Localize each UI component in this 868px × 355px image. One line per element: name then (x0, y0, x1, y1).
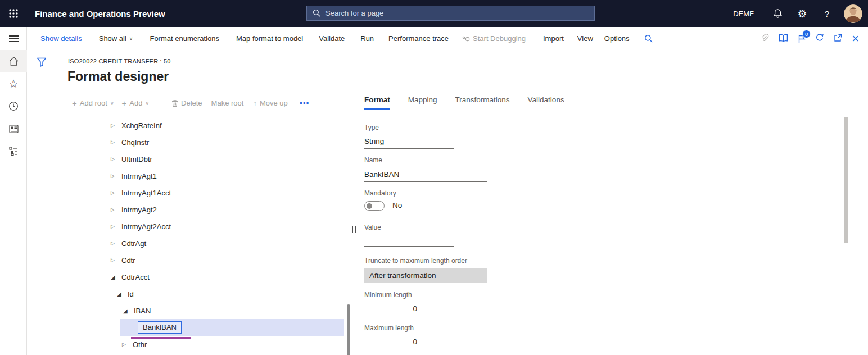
nav-menu-hamburger-icon[interactable] (0, 27, 27, 50)
show-details-button[interactable]: Show details (40, 34, 82, 43)
chevron-down-icon: ∨ (129, 36, 133, 42)
format-enumerations-button[interactable]: Format enumerations (150, 34, 219, 43)
company-picker[interactable]: DEMF (722, 10, 765, 18)
chevron-right-icon[interactable]: ▷ (111, 207, 120, 212)
tree-scrollbar-thumb[interactable] (347, 304, 350, 355)
open-in-new-window-icon[interactable] (834, 34, 842, 44)
tree-item-rename-input[interactable]: BankIBAN (138, 321, 182, 334)
tree-item-label[interactable]: IntrmyAgt1 (120, 172, 157, 180)
tree-row[interactable]: ◢ Id (27, 285, 346, 302)
settings-gear-icon[interactable]: ⚙ (790, 0, 815, 27)
chevron-right-icon[interactable]: ▷ (111, 139, 120, 145)
tree-row[interactable]: ▷ Cdtr (27, 252, 346, 268)
chevron-right-icon[interactable]: ▷ (111, 224, 120, 229)
message-center-icon[interactable]: 0 (798, 34, 806, 43)
delete-button[interactable]: Delete (171, 99, 202, 107)
run-button[interactable]: Run (360, 34, 374, 43)
tree-item-label[interactable]: CdtrAcct (120, 273, 150, 281)
tree-row[interactable]: ▷ IntrmyAgt1 (27, 167, 346, 184)
tree-row[interactable]: ▷ IntrmyAgt2Acct (27, 218, 346, 235)
chevron-expanded-icon[interactable]: ◢ (123, 308, 133, 314)
close-icon[interactable]: × (852, 33, 859, 45)
tree-row[interactable]: ▷ UltmtDbtr (27, 151, 346, 167)
properties-scrollbar-thumb[interactable] (844, 117, 848, 243)
tree-item-label[interactable]: CdtrAgt (120, 239, 146, 248)
performance-trace-button[interactable]: Performance trace (388, 34, 449, 43)
home-icon[interactable] (0, 50, 27, 72)
mandatory-toggle[interactable] (364, 201, 385, 211)
tree-row[interactable]: ◢ IBAN (27, 302, 346, 319)
favorites-star-icon[interactable]: ☆ (0, 72, 27, 95)
tree-item-label[interactable]: UltmtDbtr (120, 155, 152, 163)
add-button[interactable]: + Add ∨ (122, 99, 150, 107)
import-menu[interactable]: Import (543, 34, 564, 43)
chevron-expanded-icon[interactable]: ◢ (117, 291, 126, 297)
app-launcher-waffle-icon[interactable] (0, 0, 27, 27)
tree-item-label[interactable]: IntrmyAgt2 (120, 206, 157, 214)
make-root-button[interactable]: Make root (211, 99, 244, 107)
notifications-bell-icon[interactable] (765, 0, 790, 27)
attachments-icon[interactable] (760, 34, 769, 44)
chevron-right-icon[interactable]: ▷ (111, 257, 120, 263)
type-field[interactable]: String (364, 133, 454, 149)
more-options-ellipsis-icon[interactable]: ⋯ (300, 97, 310, 109)
maximum-length-field[interactable]: 0 (364, 334, 421, 349)
global-search-input[interactable] (326, 9, 589, 17)
options-menu[interactable]: Options (604, 34, 630, 43)
news-feed-icon[interactable] (0, 117, 27, 140)
chevron-right-icon[interactable]: ▷ (111, 173, 120, 179)
book-icon[interactable] (779, 34, 788, 44)
chevron-right-icon[interactable]: ▷ (122, 342, 132, 347)
tree-row[interactable]: ▷ IntrmyAgt2 (27, 201, 346, 218)
tab-validations[interactable]: Validations (528, 95, 564, 110)
tree-row[interactable]: ▷ IntrmyAgt1Acct (27, 184, 346, 201)
tree-item-label[interactable]: IBAN (133, 307, 151, 315)
recent-clock-icon[interactable] (0, 95, 27, 117)
help-icon[interactable]: ? (815, 0, 839, 27)
tree-row-selected[interactable]: BankIBAN (27, 319, 346, 336)
refresh-icon[interactable] (815, 33, 824, 44)
tree-item-label[interactable]: IntrmyAgt1Acct (120, 189, 171, 197)
value-label: Value (364, 224, 381, 231)
tree-row[interactable]: ◢ CdtrAcct (27, 268, 346, 285)
tree-item-label[interactable]: Id (126, 290, 134, 298)
tree-item-label[interactable]: Cdtr (120, 256, 135, 265)
start-debugging-button[interactable]: Start Debugging (462, 34, 526, 43)
chevron-right-icon[interactable]: ▷ (111, 156, 120, 162)
add-root-button[interactable]: + Add root ∨ (72, 99, 114, 107)
name-field[interactable]: BankIBAN (364, 166, 487, 182)
maximum-length-label: Maximum length (364, 324, 414, 332)
tab-mapping[interactable]: Mapping (408, 95, 437, 110)
tab-format[interactable]: Format (364, 95, 390, 110)
tree-row[interactable]: ▷ CdtrAgt (27, 235, 346, 252)
chevron-right-icon[interactable]: ▷ (111, 122, 120, 128)
page-search-icon[interactable] (644, 34, 653, 43)
map-format-to-model-button[interactable]: Map format to model (236, 34, 303, 43)
user-avatar[interactable] (844, 4, 862, 23)
global-search-box[interactable] (306, 6, 595, 21)
tree-item-label[interactable]: IntrmyAgt2Acct (120, 222, 171, 231)
validate-button[interactable]: Validate (319, 34, 345, 43)
pane-splitter-handle[interactable] (352, 226, 356, 233)
view-menu[interactable]: View (577, 34, 593, 43)
filter-funnel-icon[interactable] (37, 57, 47, 69)
hamburger-glyph (9, 34, 19, 44)
tree-item-label[interactable]: XchgRateInf (120, 121, 162, 130)
minimum-length-field[interactable]: 0 (364, 301, 421, 316)
name-label: Name (364, 156, 382, 164)
tree-item-label[interactable]: Othr (132, 340, 147, 349)
tree-row[interactable]: ▷ XchgRateInf (27, 117, 346, 134)
chevron-right-icon[interactable]: ▷ (111, 190, 120, 195)
show-all-dropdown[interactable]: Show all ∨ (99, 34, 133, 43)
chevron-expanded-icon[interactable]: ◢ (111, 274, 120, 280)
tree-item-label[interactable]: ChqInstr (120, 138, 149, 147)
show-all-label: Show all (99, 34, 126, 43)
hierarchy-list-icon[interactable] (0, 140, 27, 162)
value-field[interactable] (364, 232, 454, 247)
truncate-order-dropdown[interactable]: After transformation (364, 268, 487, 283)
tab-transformations[interactable]: Transformations (455, 95, 510, 110)
add-label: Add (129, 99, 142, 107)
tree-row[interactable]: ▷ ChqInstr (27, 134, 346, 151)
move-up-button[interactable]: ↑ Move up (253, 99, 287, 107)
chevron-right-icon[interactable]: ▷ (111, 240, 120, 246)
